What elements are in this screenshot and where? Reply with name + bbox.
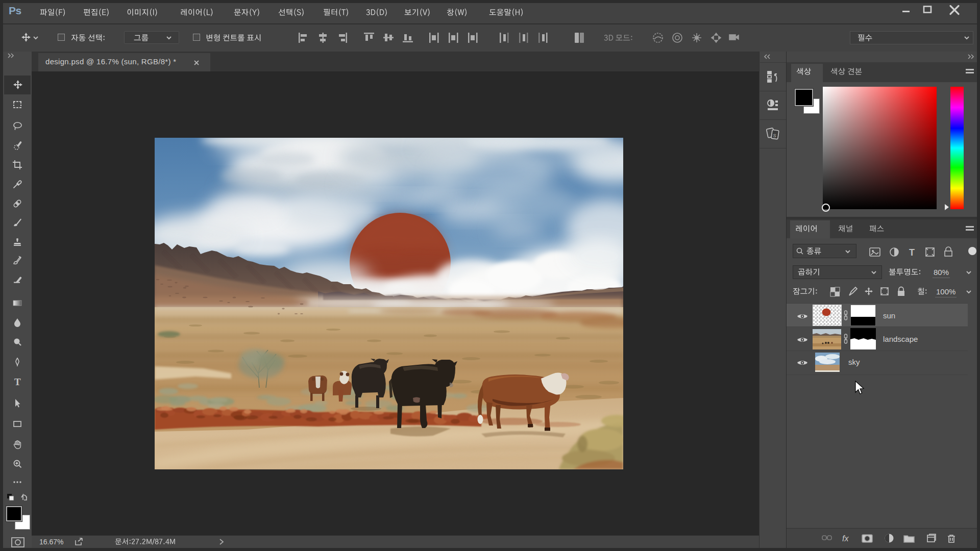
svg-text:T: T (909, 247, 915, 258)
svg-text:T: T (14, 377, 21, 387)
svg-text:fx: fx (842, 534, 849, 543)
